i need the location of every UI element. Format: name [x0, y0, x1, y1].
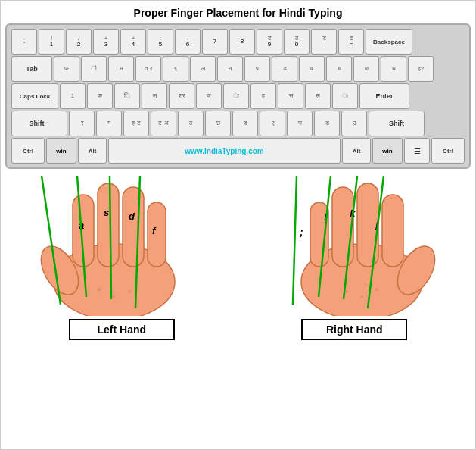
key-m[interactable]: ड — [232, 111, 258, 136]
key-tab[interactable]: Tab — [11, 56, 52, 82]
key-ctrl-left[interactable]: Ctrl — [11, 138, 45, 164]
key-rshift-extra[interactable]: उ — [341, 111, 367, 136]
key-z[interactable]: र — [69, 111, 95, 136]
key-n[interactable]: छ — [205, 111, 231, 136]
svg-rect-5 — [148, 202, 166, 267]
key-2[interactable]: / 2 — [66, 29, 92, 55]
key-w[interactable]: ौ — [81, 56, 107, 82]
left-hand-label: Left Hand — [69, 319, 175, 340]
key-o[interactable]: ड — [272, 56, 297, 82]
key-enter[interactable]: Enter — [359, 83, 409, 109]
key-h[interactable]: ज — [196, 83, 222, 109]
left-hand-container: a s d f Left Hand — [5, 172, 238, 446]
key-shift-right[interactable]: Shift — [369, 111, 425, 136]
key-extra[interactable]: ह? — [408, 56, 434, 82]
key-slash[interactable]: ड — [314, 111, 340, 136]
key-a[interactable]: 1 — [60, 83, 86, 109]
key-win-right[interactable]: win — [372, 138, 403, 164]
key-7[interactable]: 7 — [202, 29, 228, 55]
svg-point-9 — [109, 283, 111, 286]
svg-text:d: d — [129, 211, 135, 222]
key-shift-left[interactable]: Shift ↑ — [11, 111, 67, 136]
key-3[interactable]: +3 — [93, 29, 119, 55]
key-i[interactable]: प — [244, 56, 270, 82]
key-b[interactable]: ठ — [178, 111, 204, 136]
key-u[interactable]: न — [217, 56, 243, 82]
svg-point-8 — [128, 290, 131, 293]
key-row-3: Caps Lock 1 क ि ल श्र ज ा ह स रू ः Enter — [11, 83, 465, 109]
key-backtick[interactable]: ~` — [11, 29, 37, 55]
key-t[interactable]: इ — [163, 56, 188, 82]
hands-section: a s d f Left Hand — [5, 172, 471, 446]
key-4[interactable]: +4 — [120, 29, 146, 55]
key-rbracket[interactable]: क्ष — [353, 56, 379, 82]
key-8[interactable]: 8 — [229, 29, 255, 55]
right-hand-container: j k l ; Right Hand — [238, 172, 471, 446]
key-f[interactable]: ल — [142, 83, 167, 109]
key-q[interactable]: फ — [54, 56, 79, 82]
svg-rect-4 — [123, 187, 144, 267]
key-alt-left[interactable]: Alt — [78, 138, 107, 164]
key-row-5: Ctrl win Alt www.IndiaTyping.com Alt win… — [11, 138, 465, 164]
key-semicolon[interactable]: रू — [305, 83, 331, 109]
keyboard: ~` !1 / 2 +3 +4 :5 -6 7 8 ट9 ठ0 ड- ढ= Ba… — [5, 23, 471, 169]
page-title: Proper Finger Placement for Hindi Typing — [134, 7, 343, 19]
key-backspace[interactable]: Backspace — [366, 29, 412, 55]
key-1[interactable]: !1 — [39, 29, 64, 55]
key-win-left[interactable]: win — [46, 138, 76, 164]
key-capslock[interactable]: Caps Lock — [11, 83, 58, 109]
key-ctrl-right[interactable]: Ctrl — [431, 138, 465, 164]
key-s[interactable]: क — [87, 83, 113, 109]
key-j[interactable]: ा — [223, 83, 249, 109]
key-backslash[interactable]: ध — [381, 56, 406, 82]
key-9[interactable]: ट9 — [257, 29, 282, 55]
svg-text:s: s — [104, 207, 109, 218]
key-d[interactable]: ि — [114, 83, 140, 109]
right-hand-label: Right Hand — [301, 319, 407, 340]
key-0[interactable]: ठ0 — [284, 29, 310, 55]
svg-point-7 — [113, 295, 116, 298]
svg-rect-19 — [310, 202, 328, 267]
key-row-4: Shift ↑ र ग ह ट ट अ ठ छ ड ए ण ड उ Shift — [11, 111, 465, 136]
key-g[interactable]: श्र — [169, 83, 194, 109]
key-v[interactable]: ट अ — [151, 111, 176, 136]
key-e[interactable]: म — [108, 56, 134, 82]
key-k[interactable]: ह — [250, 83, 276, 109]
key-row-1: ~` !1 / 2 +3 +4 :5 -6 7 8 ट9 ठ0 ड- ढ= Ba… — [11, 29, 465, 55]
main-container: Proper Finger Placement for Hindi Typing… — [0, 0, 476, 450]
svg-rect-18 — [332, 187, 353, 267]
key-alt-right[interactable]: Alt — [342, 138, 371, 164]
key-p[interactable]: व — [299, 56, 325, 82]
svg-rect-16 — [382, 195, 403, 267]
key-equals[interactable]: ढ= — [338, 29, 364, 55]
key-l[interactable]: स — [278, 83, 303, 109]
svg-point-6 — [97, 288, 101, 292]
left-hand-svg: a s d f — [31, 172, 213, 316]
key-space[interactable]: www.IndiaTyping.com — [108, 138, 341, 164]
key-menu[interactable]: ☰ — [404, 138, 430, 164]
key-quote[interactable]: ः — [332, 83, 358, 109]
svg-rect-3 — [98, 183, 119, 267]
key-lbracket[interactable]: च — [326, 56, 352, 82]
svg-rect-17 — [357, 183, 378, 267]
right-hand-svg — [263, 172, 445, 316]
key-minus[interactable]: ड- — [311, 29, 337, 55]
key-row-2: Tab फ ौ म त र इ ल न प ड व च क्ष ध ह? — [11, 56, 465, 82]
key-c[interactable]: ह ट — [123, 111, 149, 136]
key-5[interactable]: :5 — [148, 29, 173, 55]
key-comma[interactable]: ए — [260, 111, 285, 136]
key-6[interactable]: -6 — [175, 29, 201, 55]
key-y[interactable]: ल — [190, 56, 216, 82]
svg-text:a: a — [79, 220, 84, 231]
key-period[interactable]: ण — [287, 111, 313, 136]
key-x[interactable]: ग — [96, 111, 122, 136]
key-r[interactable]: त र — [135, 56, 161, 82]
